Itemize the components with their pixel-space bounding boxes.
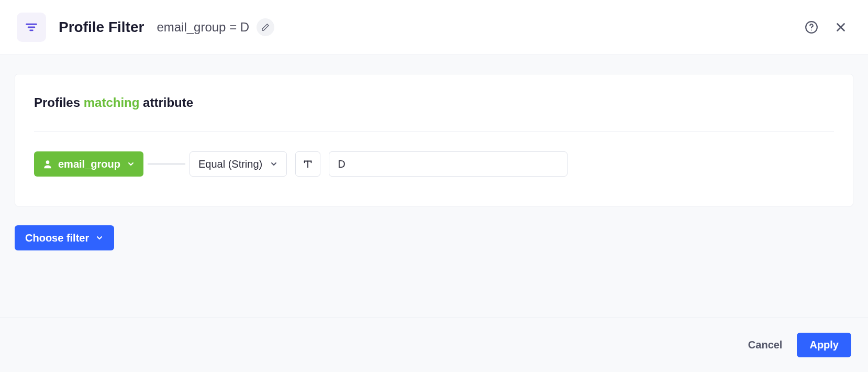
filter-row: email_group Equal (String) xyxy=(34,151,834,177)
choose-filter-label: Choose filter xyxy=(25,232,89,244)
heading-prefix: Profiles xyxy=(34,95,80,110)
person-icon xyxy=(42,159,53,169)
close-button[interactable] xyxy=(830,17,851,38)
chevron-down-icon xyxy=(270,160,278,168)
svg-point-4 xyxy=(811,30,812,31)
filter-card: Profiles matching attribute email_group … xyxy=(15,74,853,206)
value-input[interactable] xyxy=(329,151,567,177)
help-button[interactable] xyxy=(801,17,822,38)
chevron-down-icon xyxy=(95,234,104,242)
heading-suffix: attribute xyxy=(143,95,193,110)
filter-icon-box xyxy=(17,13,46,42)
heading-match: matching xyxy=(84,95,140,110)
header-bar: Profile Filter email_group = D xyxy=(0,0,868,55)
apply-button[interactable]: Apply xyxy=(797,333,851,357)
close-icon xyxy=(834,20,848,34)
choose-filter-button[interactable]: Choose filter xyxy=(15,225,114,250)
filter-summary: email_group = D xyxy=(157,20,249,35)
attribute-chip-label: email_group xyxy=(58,158,120,170)
text-type-icon xyxy=(302,158,314,170)
body-area: Profiles matching attribute email_group … xyxy=(0,55,868,250)
edit-title-button[interactable] xyxy=(257,18,274,36)
operator-select[interactable]: Equal (String) xyxy=(190,151,287,177)
filter-heading: Profiles matching attribute xyxy=(34,95,834,132)
connector-line xyxy=(148,163,185,165)
operator-label: Equal (String) xyxy=(198,158,262,170)
chevron-down-icon xyxy=(127,160,135,168)
operand-type-button[interactable] xyxy=(295,151,320,177)
svg-point-7 xyxy=(46,160,50,164)
cancel-button[interactable]: Cancel xyxy=(748,339,783,351)
footer-bar: Cancel Apply xyxy=(0,318,868,372)
attribute-chip[interactable]: email_group xyxy=(34,151,143,177)
page-title: Profile Filter xyxy=(59,19,144,36)
pencil-icon xyxy=(261,23,270,31)
filter-icon xyxy=(24,20,39,35)
help-icon xyxy=(805,20,818,34)
